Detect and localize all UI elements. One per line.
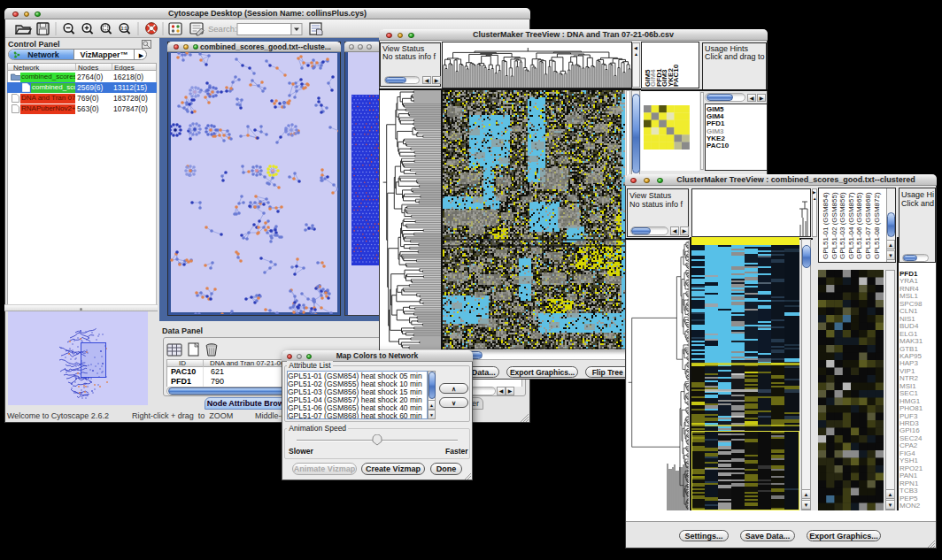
svg-text:1:1: 1:1 <box>120 26 127 31</box>
svg-text:Search:: Search: <box>208 24 237 34</box>
